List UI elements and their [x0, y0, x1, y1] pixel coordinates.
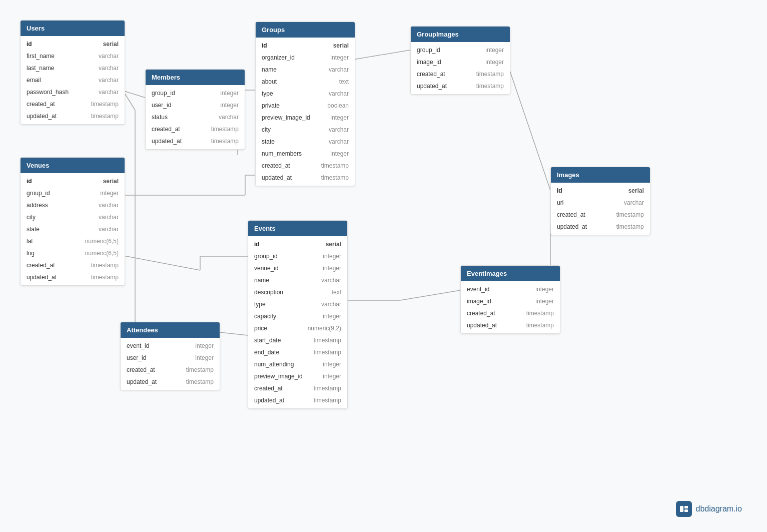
groupimages-table-header: GroupImages [411, 27, 510, 42]
table-row: updated_at timestamp [461, 319, 560, 331]
table-row: id serial [21, 175, 125, 187]
table-row: id serial [248, 238, 347, 250]
table-row: num_members integer [256, 148, 355, 160]
users-table: Users id serial first_name varchar last_… [20, 20, 125, 125]
table-row: email varchar [21, 74, 125, 86]
table-row: updated_at timestamp [551, 221, 650, 233]
table-row: lng numeric(6,5) [21, 247, 125, 259]
table-row: updated_at timestamp [146, 135, 245, 147]
attendees-table-header: Attendees [121, 322, 220, 338]
table-row: event_id integer [121, 340, 220, 352]
table-row: id serial [21, 38, 125, 50]
table-row: group_id integer [248, 250, 347, 262]
table-row: created_at timestamp [411, 68, 510, 80]
table-row: group_id integer [21, 187, 125, 199]
table-row: image_id integer [461, 295, 560, 307]
table-row: id serial [256, 40, 355, 52]
table-row: updated_at timestamp [256, 172, 355, 184]
table-row: city varchar [256, 124, 355, 136]
table-row: group_id integer [411, 44, 510, 56]
table-row: private boolean [256, 100, 355, 112]
table-row: event_id integer [461, 283, 560, 295]
table-row: preview_image_id integer [256, 112, 355, 124]
table-row: name varchar [256, 64, 355, 76]
svg-rect-21 [684, 506, 688, 508]
table-row: created_at timestamp [248, 382, 347, 394]
events-table-header: Events [248, 221, 347, 236]
table-row: created_at timestamp [21, 98, 125, 110]
table-row: description text [248, 286, 347, 298]
members-table-header: Members [146, 70, 245, 85]
table-row: user_id integer [121, 352, 220, 364]
table-row: created_at timestamp [146, 123, 245, 135]
table-row: venue_id integer [248, 262, 347, 274]
table-row: preview_image_id integer [248, 370, 347, 382]
table-row: group_id integer [146, 87, 245, 99]
venues-table: Venues id serial group_id integer addres… [20, 157, 125, 286]
events-table: Events id serial group_id integer venue_… [248, 220, 348, 409]
table-row: password_hash varchar [21, 86, 125, 98]
table-row: last_name varchar [21, 62, 125, 74]
table-row: updated_at timestamp [121, 376, 220, 388]
table-row: city varchar [21, 211, 125, 223]
images-table-header: Images [551, 167, 650, 183]
table-row: id serial [551, 185, 650, 197]
table-row: url varchar [551, 197, 650, 209]
table-row: name varchar [248, 274, 347, 286]
table-row: end_date timestamp [248, 346, 347, 358]
groups-table: Groups id serial organizer_id integer na… [255, 22, 355, 186]
svg-rect-22 [684, 509, 688, 512]
images-table: Images id serial url varchar created_at … [550, 167, 650, 235]
table-row: state varchar [21, 223, 125, 235]
table-row: organizer_id integer [256, 52, 355, 64]
table-row: lat numeric(6,5) [21, 235, 125, 247]
users-table-header: Users [21, 21, 125, 36]
table-row: first_name varchar [21, 50, 125, 62]
table-row: updated_at timestamp [248, 394, 347, 406]
table-row: type varchar [256, 88, 355, 100]
venues-table-header: Venues [21, 158, 125, 173]
table-row: price numeric(9,2) [248, 322, 347, 334]
svg-line-7 [350, 50, 410, 60]
groupimages-table: GroupImages group_id integer image_id in… [410, 26, 510, 95]
table-row: updated_at timestamp [411, 80, 510, 92]
table-row: about text [256, 76, 355, 88]
svg-rect-20 [680, 506, 683, 512]
attendees-table: Attendees event_id integer user_id integ… [120, 322, 220, 390]
table-row: capacity integer [248, 310, 347, 322]
svg-line-8 [505, 58, 550, 190]
table-row: created_at timestamp [121, 364, 220, 376]
members-table: Members group_id integer user_id integer… [145, 69, 245, 150]
table-row: user_id integer [146, 99, 245, 111]
eventimages-table: EventImages event_id integer image_id in… [460, 265, 560, 334]
eventimages-table-header: EventImages [461, 266, 560, 281]
table-row: updated_at timestamp [21, 271, 125, 283]
logo-text: dbdiagram.io [696, 504, 742, 513]
table-row: created_at timestamp [21, 259, 125, 271]
logo: dbdiagram.io [676, 501, 742, 517]
table-row: address varchar [21, 199, 125, 211]
svg-line-13 [400, 290, 460, 300]
table-row: start_date timestamp [248, 334, 347, 346]
table-row: created_at timestamp [551, 209, 650, 221]
table-row: created_at timestamp [256, 160, 355, 172]
groups-table-header: Groups [256, 22, 355, 38]
table-row: created_at timestamp [461, 307, 560, 319]
svg-line-11 [121, 255, 200, 270]
table-row: updated_at timestamp [21, 110, 125, 122]
logo-icon [676, 501, 692, 517]
table-row: num_attending integer [248, 358, 347, 370]
table-row: status varchar [146, 111, 245, 123]
table-row: image_id integer [411, 56, 510, 68]
table-row: type varchar [248, 298, 347, 310]
canvas: Users id serial first_name varchar last_… [0, 0, 767, 532]
table-row: state varchar [256, 136, 355, 148]
